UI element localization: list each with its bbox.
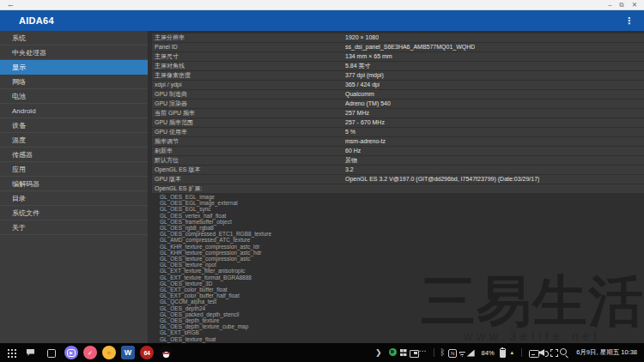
extension-item: GL_AMD_compressed_ATC_texture [152,237,644,243]
qq-app-icon[interactable] [159,346,173,359]
sidebar-item-battery[interactable]: 电池 [0,89,148,104]
info-label: GPU 使用率 [152,128,345,136]
extensions-list: GL_OES_EGL_imageGL_OES_EGL_image_externa… [152,194,644,342]
info-row[interactable]: 默认方位景物 [152,156,644,165]
sidebar-item-system-files[interactable]: 系统文件 [0,206,148,220]
info-value: 60 Hz [345,147,361,155]
sidebar-item-temperature[interactable]: 温度 [0,133,148,148]
info-label: 当前 GPU 频率 [152,109,345,118]
extension-item: GL_OES_rgb8_rgba8 [152,225,644,231]
info-rows: 主屏分辨率1920 × 1080Panel IDss_dsi_panel_S6E… [152,33,644,184]
info-row-extensions-header[interactable]: OpenGL ES 扩展: [152,184,644,193]
tray-group-2 [440,347,476,358]
chat-icon[interactable] [26,347,36,358]
aida64-app-icon[interactable]: 64 [140,346,154,359]
sidebar-item-sensors[interactable]: 传感器 [0,148,148,162]
sidebar-item-system[interactable]: 系统 [0,31,148,45]
word-app-icon[interactable]: W [121,346,135,359]
sidebar-item-network[interactable]: 网络 [0,75,148,89]
screenshot-icon[interactable] [398,347,409,358]
sidebar-item-display[interactable]: 显示 [0,60,148,75]
minimize-button[interactable]: – [608,0,611,9]
info-value: 5.84 英寸 [345,62,371,70]
info-value: 1920 × 1080 [345,33,379,42]
bluetooth-icon[interactable] [440,347,447,358]
cast-icon[interactable] [528,347,538,358]
info-row[interactable]: 主屏尺寸134 mm × 65 mm [152,52,644,61]
info-value: OpenGL ES 3.2 V@197.0 (GIT@dd296bd, I754… [345,175,539,184]
window-controls: – ⧉ ✕ [608,0,637,9]
info-value: 365 / 424 dpi [345,81,380,89]
system-tray: ❯ 84% ▴ 6月9日, 星期五 10:38 [375,347,637,358]
info-row[interactable]: GPU 频率范围257 - 670 MHz [152,118,644,127]
sidebar-item-codecs[interactable]: 编解码器 [0,177,148,191]
search-icon[interactable] [559,347,569,358]
info-row[interactable]: 主屏对角线5.84 英寸 [152,62,644,70]
extension-item: GL_KHR_texture_compression_astc_hdr [152,250,644,256]
launcher-grid-icon[interactable] [7,348,16,358]
nfc-icon[interactable] [447,347,458,358]
taskbar-app-icons: ▶✓✳W64 [64,346,173,359]
app-bar: AIDA64 ⋮ [0,10,644,31]
info-row[interactable]: GPU 版本OpenGL ES 3.2 V@197.0 (GIT@dd296bd… [152,175,644,184]
restore-button[interactable]: ⧉ [619,0,623,9]
extension-item: GL_OES_EGL_image [152,194,644,200]
extension-item: GL_QCOM_alpha_test [152,299,644,305]
info-row[interactable]: GPU 渲染器Adreno (TM) 540 [152,100,644,108]
sidebar-item-directory[interactable]: 目录 [0,191,148,206]
pink-app-icon-glyph: ✓ [88,350,93,356]
info-value: 景物 [345,156,357,165]
info-row[interactable]: GPU 使用率5 % [152,128,644,136]
caret-up-icon[interactable]: ▴ [511,349,514,356]
overflow-icon[interactable] [419,347,428,358]
info-row[interactable]: xdpi / ydpi365 / 424 dpi [152,81,644,89]
close-button[interactable]: ✕ [632,0,637,9]
info-label: 默认方位 [152,156,345,165]
green-app-icon[interactable] [388,347,398,358]
info-value: 257 - 670 MHz [345,118,385,127]
sidebar-item-cpu[interactable]: 中央处理器 [0,45,148,60]
extension-item: GL_OES_texture_float [152,336,644,342]
extension-item: GL_OES_texture_npot [152,262,644,268]
window-titlebar: ← – ⧉ ✕ [0,0,644,10]
battery-percent-label: 84% [482,349,495,357]
info-row[interactable]: 当前 GPU 频率257 MHz [152,109,644,118]
extension-item: GL_KHR_texture_compression_astc_ldr [152,244,644,250]
info-row[interactable]: 刷新率60 Hz [152,147,644,155]
info-row[interactable]: OpenGL ES 版本3.2 [152,166,644,174]
info-row[interactable]: 频率调节msm-adreno-tz [152,137,644,146]
recents-icon[interactable] [46,347,56,358]
info-label: GPU 频率范围 [152,118,345,127]
menu-kebab-icon[interactable]: ⋮ [624,15,634,27]
fullscreen-icon[interactable] [549,347,559,358]
extension-item: GL_OES_depth_texture [152,317,644,323]
clock-label[interactable]: 6月9日, 星期五 10:38 [576,348,637,357]
info-row[interactable]: 主屏分辨率1920 × 1080 [152,33,644,42]
sidebar-item-devices[interactable]: 设备 [0,118,148,133]
sidebar-item-about[interactable]: 关于 [0,220,148,235]
extension-item: GL_OES_depth_texture_cube_map [152,323,644,329]
speaker-icon[interactable] [538,347,549,358]
extension-item: GL_OES_packed_depth_stencil [152,311,644,317]
tray-separator [434,348,434,357]
info-row[interactable]: Panel IDss_dsi_panel_S6E3HA6_AMB577MQ01_… [152,43,644,51]
pip-icon[interactable] [409,347,419,358]
video-app-icon[interactable]: ▶ [64,346,78,359]
info-value: 134 mm × 65 mm [345,52,392,61]
sidebar-item-apps[interactable]: 应用 [0,162,148,177]
info-value: 257 MHz [345,109,369,118]
extension-item: GL_OES_compressed_ETC1_RGB8_texture [152,231,644,237]
tray-expand-chevron[interactable]: ❯ [375,348,382,357]
back-button[interactable]: ← [7,0,15,9]
pink-app-icon[interactable]: ✓ [83,346,97,359]
orange-app-icon[interactable]: ✳ [102,346,116,359]
info-value: 3.2 [345,166,354,174]
wifi-icon[interactable] [458,349,467,357]
extension-item: GL_OES_depth24 [152,305,644,311]
cellular-icon[interactable] [467,349,476,357]
battery-icon [500,348,506,358]
info-row[interactable]: 主屏像素密度377 dpi (mdpi) [152,71,644,80]
sidebar-item-android[interactable]: Android [0,104,148,118]
info-row[interactable]: GPU 制造商Qualcomm [152,90,644,99]
info-label: OpenGL ES 扩展: [152,184,345,193]
